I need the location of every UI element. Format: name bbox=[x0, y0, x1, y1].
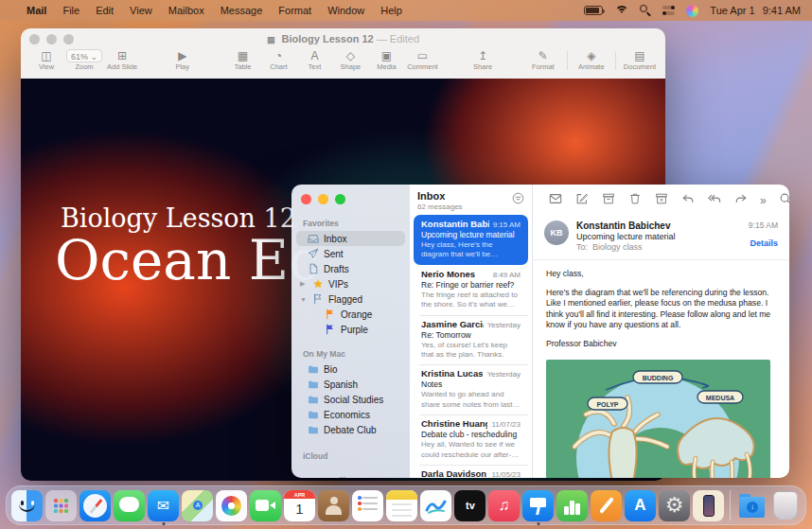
compose-button[interactable] bbox=[569, 192, 595, 209]
sidebar-item-vips[interactable]: ▶VIPs bbox=[296, 276, 405, 291]
reminders-dock-icon[interactable] bbox=[352, 490, 383, 521]
message-row[interactable]: Nerio Mones8:49 AM Re: Fringe or barrier… bbox=[414, 265, 528, 315]
sidebar-item-inbox[interactable]: Inbox bbox=[296, 231, 405, 246]
message-row[interactable]: Konstantin Babichev9:15 AM Upcoming lect… bbox=[414, 215, 528, 265]
folder-icon bbox=[308, 379, 319, 390]
menu-clock[interactable]: Tue Apr 1 9:41 AM bbox=[710, 5, 801, 16]
shape-button[interactable]: ◇Shape bbox=[334, 49, 366, 71]
comment-button[interactable]: ▭Comment bbox=[406, 49, 438, 71]
search-button[interactable] bbox=[772, 192, 789, 209]
format-button[interactable]: ✎Format bbox=[527, 49, 559, 71]
sidebar-item-bio[interactable]: Bio bbox=[296, 361, 405, 377]
iphone-mirroring-dock-icon[interactable] bbox=[693, 490, 724, 521]
menu-app-name[interactable]: Mail bbox=[26, 5, 46, 16]
attachment-diagram[interactable]: POLYP BUDDING MEDUSA bbox=[546, 360, 776, 478]
chevron-right-icon[interactable]: ▶ bbox=[300, 280, 308, 288]
star-icon bbox=[312, 278, 324, 290]
sidebar-item-flag-purple[interactable]: Purple bbox=[296, 322, 405, 337]
table-button[interactable]: ▦Table bbox=[226, 49, 258, 71]
music-dock-icon[interactable]: ♫ bbox=[488, 490, 520, 521]
animate-button[interactable]: ◈Animate bbox=[575, 49, 608, 71]
sidebar-item-sent[interactable]: Sent bbox=[296, 246, 405, 261]
get-mail-button[interactable] bbox=[542, 192, 569, 209]
keynote-dock-icon[interactable] bbox=[522, 490, 554, 521]
menu-message[interactable]: Message bbox=[221, 5, 263, 16]
menu-edit[interactable]: Edit bbox=[96, 5, 114, 16]
keynote-window-title: ▤ Biology Lesson 12 — Edited bbox=[21, 33, 665, 44]
menu-view[interactable]: View bbox=[130, 5, 152, 16]
sidebar-item-flag-orange[interactable]: Orange bbox=[296, 307, 405, 322]
archive-button[interactable] bbox=[595, 192, 622, 209]
appletv-dock-icon[interactable]: tv bbox=[454, 490, 485, 521]
numbers-dock-icon[interactable] bbox=[556, 490, 588, 521]
chart-button[interactable]: ◔Chart bbox=[262, 49, 294, 71]
more-toolbar-button[interactable]: » bbox=[754, 195, 772, 206]
document-button[interactable]: ▤Document bbox=[624, 49, 656, 71]
text-button[interactable]: AText bbox=[298, 49, 330, 71]
zoom-value[interactable]: 61% ⌄ bbox=[66, 49, 102, 62]
sidebar-section-icloud[interactable]: iCloud bbox=[291, 447, 410, 464]
sidebar-item-debate-club[interactable]: Debate Club bbox=[296, 422, 405, 437]
sidebar-item-economics[interactable]: Economics bbox=[296, 407, 405, 422]
control-center-icon[interactable] bbox=[662, 6, 675, 16]
zoom-control[interactable]: 61% ⌄Zoom bbox=[66, 49, 102, 71]
sidebar-item-flagged[interactable]: ▼Flagged bbox=[296, 291, 405, 307]
finder-dock-icon[interactable] bbox=[11, 490, 43, 521]
mail-dock-icon[interactable]: ✉ bbox=[148, 490, 179, 521]
calendar-dock-icon[interactable]: APR1 bbox=[284, 490, 315, 521]
settings-dock-icon[interactable]: ⚙ bbox=[659, 490, 690, 521]
menu-file[interactable]: File bbox=[62, 5, 79, 16]
media-button[interactable]: ▣Media bbox=[370, 49, 402, 71]
safari-dock-icon[interactable] bbox=[79, 490, 111, 521]
maps-dock-icon[interactable]: A bbox=[182, 490, 213, 521]
message-row[interactable]: Jasmine GarciaYesterday Re: Tomorrow Yes… bbox=[414, 315, 528, 365]
facetime-dock-icon[interactable] bbox=[250, 490, 281, 521]
add-slide-button[interactable]: ⊞Add Slide bbox=[106, 49, 138, 71]
chevron-down-icon[interactable]: ▼ bbox=[300, 296, 308, 303]
menu-window[interactable]: Window bbox=[327, 5, 364, 16]
minimize-button[interactable] bbox=[318, 194, 328, 204]
spotlight-search-icon[interactable] bbox=[640, 5, 651, 16]
sidebar-item-social-studies[interactable]: Social Studies bbox=[296, 392, 405, 407]
sidebar-item-spanish[interactable]: Spanish bbox=[296, 377, 405, 392]
view-button[interactable]: ◫View bbox=[30, 49, 62, 71]
message-row[interactable]: Kristina LucasYesterday Notes Wanted to … bbox=[414, 364, 528, 414]
sidebar-section-smart-mailboxes[interactable]: Smart Mailboxes bbox=[291, 471, 410, 478]
menu-date: Tue Apr 1 bbox=[710, 5, 754, 16]
keynote-toolbar: ◫View 61% ⌄Zoom ⊞Add Slide ▶Play ▦Table … bbox=[21, 49, 665, 79]
filter-icon[interactable] bbox=[512, 192, 524, 204]
delete-button[interactable] bbox=[622, 192, 648, 209]
downloads-dock-icon[interactable]: ↓ bbox=[736, 490, 768, 521]
mail-window[interactable]: Favorites Inbox Sent Drafts ▶VIPs ▼Flagg… bbox=[291, 185, 789, 478]
message-row[interactable]: Darla Davidson11/05/23 Tomorrow's class … bbox=[414, 465, 528, 478]
contacts-dock-icon[interactable] bbox=[318, 490, 349, 521]
notes-dock-icon[interactable] bbox=[386, 490, 417, 521]
close-button[interactable] bbox=[301, 194, 311, 204]
sidebar-item-drafts[interactable]: Drafts bbox=[296, 261, 405, 276]
message-row[interactable]: Christine Huang11/07/23 Debate club - re… bbox=[414, 414, 528, 465]
freeform-dock-icon[interactable] bbox=[420, 490, 451, 521]
wifi-icon[interactable] bbox=[614, 6, 628, 16]
appstore-dock-icon[interactable]: A bbox=[625, 490, 656, 521]
share-button[interactable]: ↥Share bbox=[467, 49, 499, 71]
junk-icon bbox=[655, 192, 668, 205]
forward-button[interactable] bbox=[728, 192, 754, 209]
play-button[interactable]: ▶Play bbox=[167, 49, 199, 71]
trash-dock-icon[interactable] bbox=[773, 491, 798, 520]
message-detail-pane: » KB Konstantin Babichev Upcoming lectur… bbox=[533, 185, 789, 478]
junk-button[interactable] bbox=[648, 192, 675, 209]
reply-button[interactable] bbox=[675, 192, 701, 209]
menu-mailbox[interactable]: Mailbox bbox=[168, 5, 204, 16]
reply-all-button[interactable] bbox=[701, 192, 728, 209]
siri-icon[interactable] bbox=[686, 5, 698, 17]
battery-icon[interactable] bbox=[584, 6, 603, 15]
mail-traffic-lights[interactable] bbox=[291, 194, 410, 214]
menu-format[interactable]: Format bbox=[278, 5, 311, 16]
zoom-button[interactable] bbox=[335, 194, 345, 204]
details-link[interactable]: Details bbox=[749, 238, 778, 248]
messages-dock-icon[interactable] bbox=[114, 490, 145, 521]
pages-dock-icon[interactable] bbox=[591, 490, 622, 521]
menu-help[interactable]: Help bbox=[380, 5, 402, 16]
photos-dock-icon[interactable] bbox=[216, 490, 247, 521]
launchpad-dock-icon[interactable] bbox=[45, 490, 77, 521]
